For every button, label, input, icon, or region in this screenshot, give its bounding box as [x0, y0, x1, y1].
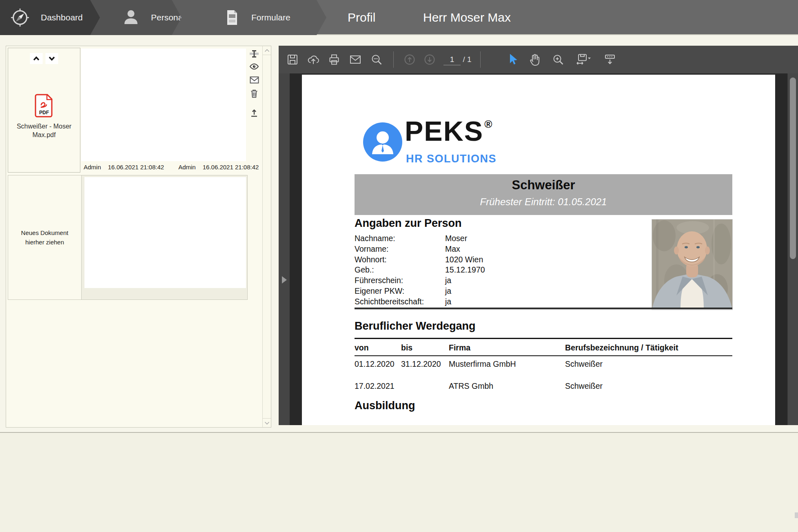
- move-down-button[interactable]: [46, 53, 58, 64]
- field-label: Nachname:: [355, 233, 445, 244]
- hand-icon: [528, 53, 541, 66]
- save-button[interactable]: [286, 53, 299, 66]
- page-number-input[interactable]: [443, 54, 461, 65]
- svg-text:PDF: PDF: [39, 110, 49, 115]
- print-icon: [328, 53, 340, 66]
- column-header: bis: [401, 343, 412, 352]
- zoom-in-tool-button[interactable]: [552, 53, 564, 66]
- table-cell: 17.02.2021: [355, 381, 395, 391]
- scroll-down-button[interactable]: [263, 418, 271, 427]
- job-title-banner: Schweißer Frühester Eintritt: 01.05.2021: [355, 174, 732, 215]
- move-up-button[interactable]: [30, 53, 43, 64]
- circle-arrow-up-icon: [403, 53, 416, 66]
- cloud-upload-icon: [307, 53, 320, 66]
- applicant-photo: [652, 219, 733, 310]
- table-cell: 01.12.2020: [355, 359, 395, 369]
- upload-cloud-button[interactable]: [307, 53, 320, 66]
- delete-document-button[interactable]: [250, 89, 259, 98]
- job-title: Schweißer: [355, 174, 732, 193]
- field-value: 1020 Wien: [445, 255, 485, 265]
- logo-wordmark: PEKS ®: [405, 117, 492, 145]
- email-button[interactable]: [349, 54, 361, 65]
- created-by: Admin: [84, 164, 101, 171]
- expand-arrow-icon: [282, 276, 287, 284]
- hand-tool-button[interactable]: [528, 53, 541, 66]
- print-button[interactable]: [328, 53, 340, 66]
- fit-width-button[interactable]: [604, 53, 616, 66]
- chevron-down-icon: [264, 421, 270, 425]
- column-header: Berufsbezeichnung / Tätigkeit: [565, 343, 678, 352]
- field-value: ja: [445, 275, 485, 286]
- table-cell: 31.12.2020: [401, 359, 441, 369]
- pdf-toolbar: / 1: [279, 46, 798, 73]
- table-cell: Musterfirma GmbH: [449, 359, 516, 369]
- circle-arrow-down-icon: [423, 53, 436, 66]
- zoom-options-button[interactable]: [370, 53, 383, 66]
- pdf-scrollbar-thumb[interactable]: [790, 78, 796, 259]
- document-reorder-controls: [30, 53, 58, 64]
- document-card[interactable]: PDF Schweißer - Moser Max.pdf: [8, 48, 80, 173]
- document-preview-area: [81, 49, 246, 161]
- career-divider: [355, 338, 732, 339]
- field-value: Moser: [445, 233, 485, 244]
- earliest-entry: Frühester Eintritt: 01.05.2021: [355, 196, 732, 208]
- zoom-options-icon: [370, 53, 383, 66]
- field-label: Schichtbereitschaft:: [355, 297, 445, 307]
- save-as-dropdown-button[interactable]: [575, 53, 592, 66]
- breadcrumb-label: Dashboard: [41, 13, 83, 22]
- select-tool-button[interactable]: [507, 53, 519, 66]
- field-label: Führerschein:: [355, 275, 445, 286]
- breadcrumb-dashboard[interactable]: Dashboard: [0, 0, 100, 35]
- dropzone-row: Neues Dokument hierher ziehen: [8, 175, 248, 300]
- pdf-scrollbar[interactable]: [787, 73, 798, 425]
- sidebar-toggle[interactable]: [279, 73, 290, 425]
- compass-icon: [11, 8, 29, 27]
- chevron-up-icon: [264, 49, 270, 52]
- eye-icon: [249, 62, 259, 71]
- new-document-dropzone[interactable]: Neues Dokument hierher ziehen: [8, 175, 82, 299]
- modified-by: Admin: [178, 164, 196, 171]
- person-section-heading: Angaben zur Person: [355, 217, 462, 230]
- combine-icon: [250, 49, 259, 58]
- zoom-in-icon: [552, 53, 564, 66]
- person-fields: Nachname:Moser Vorname:Max Wohnort:1020 …: [355, 233, 485, 307]
- document-meta: Admin 16.06.2021 21:08:42 Admin 16.06.20…: [84, 164, 266, 171]
- career-section-heading: Beruflicher Werdegang: [355, 320, 476, 332]
- section-divider: [355, 308, 732, 310]
- pdf-page: PEKS ® HR SOLUTIONS Schweißer Frühester …: [302, 75, 775, 425]
- pdf-viewer: / 1: [279, 46, 798, 425]
- fit-width-icon: [604, 53, 616, 66]
- column-header: Firma: [449, 343, 470, 352]
- scroll-up-button[interactable]: [263, 46, 271, 55]
- dropzone-label-line1: Neues Dokument: [21, 228, 69, 237]
- registered-mark: ®: [484, 118, 492, 131]
- table-header-divider: [355, 355, 732, 356]
- combine-documents-button[interactable]: [250, 49, 259, 58]
- field-label: Eigener PKW:: [355, 286, 445, 297]
- mail-icon: [250, 76, 259, 84]
- field-label: Vorname:: [355, 244, 445, 255]
- top-navigation: Formulare Personal: [0, 0, 798, 35]
- toolbar-divider: [393, 51, 394, 68]
- previous-page-button[interactable]: [403, 53, 416, 66]
- chevron-up-icon: [33, 56, 40, 61]
- pointer-icon: [507, 53, 519, 66]
- mail-icon: [349, 54, 361, 65]
- upload-document-button[interactable]: [250, 108, 259, 117]
- record-title: Herr Moser Max: [423, 0, 511, 35]
- page-total-label: / 1: [463, 55, 471, 64]
- toolbar-divider: [480, 51, 481, 68]
- save-icon: [286, 53, 299, 66]
- email-document-button[interactable]: [250, 76, 259, 84]
- window-scrollbar-nub[interactable]: [795, 512, 798, 518]
- screen: Formulare Personal: [0, 0, 798, 532]
- modified-at: 16.06.2021 21:08:42: [203, 164, 259, 171]
- preview-button[interactable]: [249, 62, 259, 71]
- panel-scrollbar[interactable]: [262, 46, 271, 427]
- logo-person-icon: [363, 122, 402, 162]
- next-page-button[interactable]: [423, 53, 436, 66]
- field-label: Geb.:: [355, 265, 445, 275]
- trash-icon: [250, 89, 259, 98]
- upload-icon: [250, 108, 259, 117]
- chevron-down-icon: [49, 56, 55, 61]
